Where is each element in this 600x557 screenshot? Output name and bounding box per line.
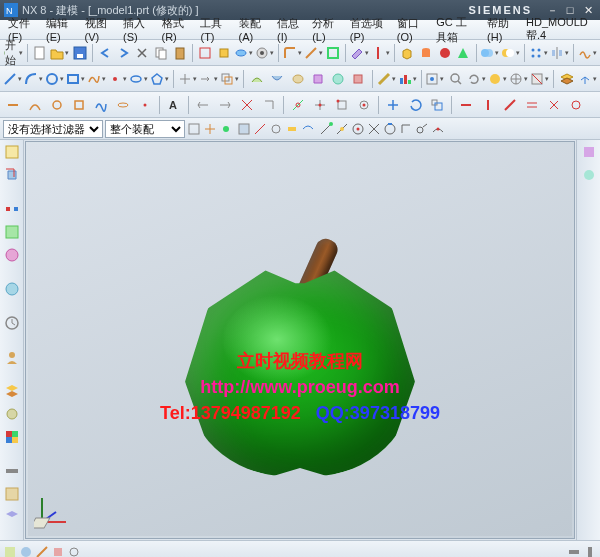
pattern-button[interactable] xyxy=(529,43,548,63)
polygon-tool[interactable] xyxy=(150,69,169,89)
filter-b4[interactable] xyxy=(237,122,251,136)
revolve-button[interactable] xyxy=(234,43,253,63)
wcs-button[interactable] xyxy=(578,69,597,89)
nav-reuse[interactable] xyxy=(2,222,22,242)
text-tool[interactable]: A xyxy=(164,95,184,115)
nav-history[interactable] xyxy=(2,313,22,333)
curve-6[interactable] xyxy=(113,95,133,115)
analysis-tool[interactable] xyxy=(398,69,417,89)
menu-prefs[interactable]: 首选项(P) xyxy=(346,14,391,45)
new-button[interactable] xyxy=(32,43,49,63)
fillet-button[interactable] xyxy=(283,43,302,63)
ellipse-tool[interactable] xyxy=(129,69,148,89)
redo-button[interactable] xyxy=(115,43,132,63)
nav-visual[interactable] xyxy=(2,461,22,481)
menu-assembly[interactable]: 装配(A) xyxy=(235,14,272,45)
constraint-3[interactable] xyxy=(500,95,520,115)
snap-4[interactable] xyxy=(354,95,374,115)
chamfer-button[interactable] xyxy=(304,43,323,63)
nav-hd3d[interactable] xyxy=(2,245,22,265)
spline-tool[interactable] xyxy=(87,69,106,89)
offset-tool[interactable] xyxy=(220,69,239,89)
bot-b2[interactable] xyxy=(19,545,33,558)
layer-button[interactable] xyxy=(558,69,576,89)
snap-1[interactable] xyxy=(288,95,308,115)
scope-filter[interactable]: 整个装配 xyxy=(105,120,185,138)
hole-button[interactable] xyxy=(255,43,274,63)
open-button[interactable] xyxy=(50,43,69,63)
filter-b8[interactable] xyxy=(301,122,315,136)
filter-b2[interactable] xyxy=(203,122,217,136)
copy-button[interactable] xyxy=(153,43,170,63)
nav-constraint[interactable] xyxy=(2,199,22,219)
nav-assembly[interactable] xyxy=(2,165,22,185)
box-button[interactable] xyxy=(399,43,416,63)
bot-b5[interactable] xyxy=(67,545,81,558)
point-tool[interactable] xyxy=(108,69,127,89)
trim-tool[interactable] xyxy=(178,69,197,89)
view-wireframe-button[interactable] xyxy=(509,69,528,89)
snap-intersect[interactable] xyxy=(367,122,381,136)
filter-b6[interactable] xyxy=(269,122,283,136)
surface-tool-2[interactable] xyxy=(268,69,286,89)
nav-layers[interactable] xyxy=(2,381,22,401)
extend-tool[interactable] xyxy=(199,69,218,89)
menu-hdmould[interactable]: HD_MOULD 帮.4 xyxy=(522,14,596,45)
nav-render[interactable] xyxy=(2,484,22,504)
surface-tool-1[interactable] xyxy=(248,69,266,89)
menu-format[interactable]: 格式(R) xyxy=(158,14,195,45)
nav-material[interactable] xyxy=(2,404,22,424)
snap-quad[interactable] xyxy=(383,122,397,136)
menu-info[interactable]: 信息(I) xyxy=(273,14,306,45)
edit-3[interactable] xyxy=(237,95,257,115)
view-zoom-button[interactable] xyxy=(446,69,464,89)
view-section-button[interactable] xyxy=(530,69,549,89)
nav-color[interactable] xyxy=(2,427,22,447)
nav-roles[interactable] xyxy=(2,347,22,367)
snap-end[interactable] xyxy=(319,122,333,136)
bot-r1[interactable] xyxy=(567,545,581,558)
filter-b5[interactable] xyxy=(253,122,267,136)
surface-tool-5[interactable] xyxy=(329,69,347,89)
constraint-1[interactable] xyxy=(456,95,476,115)
filter-b1[interactable] xyxy=(187,122,201,136)
bot-b3[interactable] xyxy=(35,545,49,558)
cylinder-button[interactable] xyxy=(418,43,435,63)
constraint-2[interactable] xyxy=(478,95,498,115)
arc-tool[interactable] xyxy=(24,69,43,89)
snap-near[interactable] xyxy=(431,122,445,136)
move-tool[interactable] xyxy=(383,95,403,115)
shell-button[interactable] xyxy=(325,43,342,63)
mirror-button[interactable] xyxy=(550,43,569,63)
edit-4[interactable] xyxy=(259,95,279,115)
snap-perp[interactable] xyxy=(399,122,413,136)
wave-button[interactable] xyxy=(578,43,597,63)
view-rotate-button[interactable] xyxy=(467,69,486,89)
snap-mid[interactable] xyxy=(335,122,349,136)
bot-b4[interactable] xyxy=(51,545,65,558)
curve-2[interactable] xyxy=(25,95,45,115)
datum-axis-button[interactable] xyxy=(371,43,390,63)
view-shade-button[interactable] xyxy=(488,69,507,89)
nav-more[interactable] xyxy=(2,507,22,527)
menu-tools[interactable]: 工具(T) xyxy=(196,14,232,45)
datum-plane-button[interactable] xyxy=(350,43,369,63)
sphere-button[interactable] xyxy=(436,43,453,63)
bot-r2[interactable] xyxy=(583,545,597,558)
constraint-4[interactable] xyxy=(522,95,542,115)
menu-gc[interactable]: GC 工具箱 xyxy=(432,13,481,47)
circle-tool[interactable] xyxy=(45,69,64,89)
curve-7[interactable] xyxy=(135,95,155,115)
filter-b3[interactable] xyxy=(219,122,233,136)
save-button[interactable] xyxy=(71,43,88,63)
nav-partnavigator[interactable] xyxy=(2,142,22,162)
curve-4[interactable] xyxy=(69,95,89,115)
view-triad[interactable] xyxy=(34,490,74,530)
viewport[interactable]: 立时视频教程网 http://www.proeug.com Tel:137949… xyxy=(25,141,575,539)
extrude-button[interactable] xyxy=(215,43,232,63)
edit-1[interactable] xyxy=(193,95,213,115)
selection-filter[interactable]: 没有选择过滤器 xyxy=(3,120,103,138)
viewport-canvas[interactable]: 立时视频教程网 http://www.proeug.com Tel:137949… xyxy=(28,144,572,536)
cut-button[interactable] xyxy=(134,43,151,63)
rect-tool[interactable] xyxy=(66,69,85,89)
